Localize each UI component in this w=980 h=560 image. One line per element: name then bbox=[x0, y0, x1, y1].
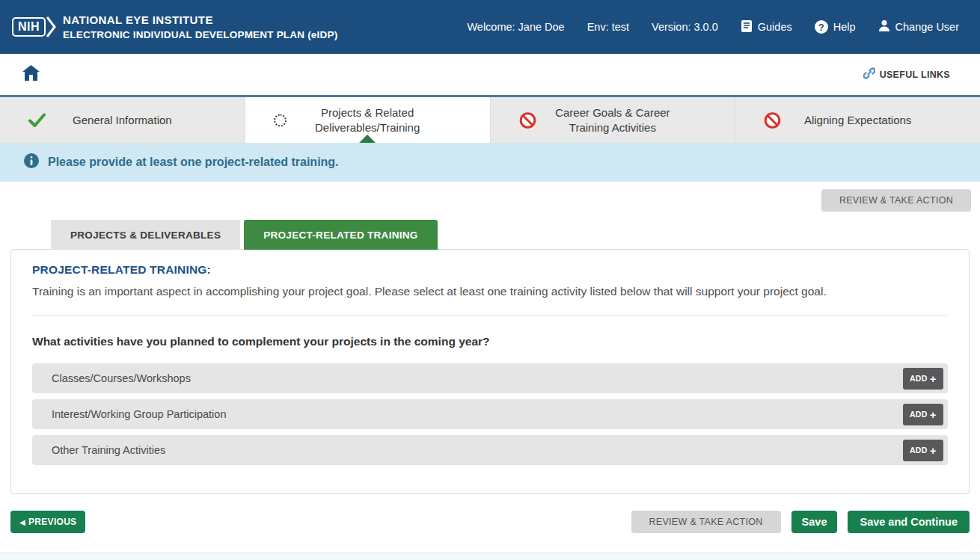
tab-project-related-training[interactable]: PROJECT-RELATED TRAINING bbox=[244, 220, 437, 250]
content-tabs: PROJECTS & DELIVERABLES PROJECT-RELATED … bbox=[51, 220, 980, 250]
home-button[interactable] bbox=[22, 65, 40, 84]
env-text: Env: test bbox=[587, 21, 629, 33]
help-icon: ? bbox=[815, 20, 828, 34]
row-label: Classes/Courses/Workshops bbox=[52, 372, 191, 384]
check-icon bbox=[28, 113, 46, 127]
step-label: Aligning Expectations bbox=[759, 113, 956, 128]
step-projects-deliverables-training[interactable]: Projects & Related Deliverables/Training bbox=[245, 97, 490, 143]
training-panel: PROJECT-RELATED TRAINING: Training is an… bbox=[10, 249, 970, 494]
nih-logo-chevron-icon bbox=[46, 16, 56, 37]
app-name: ELECTRONIC INDIVIDUAL DEVELOPMENT PLAN (… bbox=[63, 29, 337, 40]
not-started-icon bbox=[519, 111, 536, 129]
divider bbox=[32, 315, 948, 316]
in-progress-spinner-icon bbox=[274, 114, 287, 126]
panel-description: Training is an important aspect in accom… bbox=[32, 285, 948, 298]
row-classes-courses-workshops[interactable]: Classes/Courses/Workshops ADD + bbox=[32, 363, 948, 393]
training-rows: Classes/Courses/Workshops ADD + Interest… bbox=[32, 363, 948, 465]
review-take-action-button-top[interactable]: REVIEW & TAKE ACTION bbox=[821, 189, 971, 212]
link-icon bbox=[863, 67, 875, 81]
activities-question: What activities have you planned to comp… bbox=[32, 335, 948, 348]
app-header: NIH NATIONAL EYE INSTITUTE ELECTRONIC IN… bbox=[0, 0, 980, 54]
info-icon bbox=[24, 153, 39, 171]
panel-heading: PROJECT-RELATED TRAINING: bbox=[32, 263, 948, 277]
welcome-text: Welcome: Jane Doe bbox=[467, 21, 564, 33]
add-label: ADD bbox=[910, 410, 928, 419]
version-text: Version: 3.0.0 bbox=[652, 21, 718, 33]
toolbar: USEFUL LINKS bbox=[0, 54, 980, 97]
step-navigation: General Information Projects & Related D… bbox=[0, 97, 980, 143]
step-label: Projects & Related Deliverables/Training bbox=[255, 105, 480, 135]
nih-logo-box: NIH bbox=[12, 17, 46, 37]
step-general-information[interactable]: General Information bbox=[0, 97, 245, 143]
tab-projects-deliverables[interactable]: PROJECTS & DELIVERABLES bbox=[51, 220, 240, 250]
step-label: General Information bbox=[28, 113, 217, 128]
header-menu: Welcome: Jane Doe Env: test Version: 3.0… bbox=[467, 19, 959, 35]
previous-label: PREVIOUS bbox=[28, 517, 76, 527]
home-icon bbox=[22, 65, 40, 84]
help-label: Help bbox=[833, 21, 856, 33]
guides-button[interactable]: Guides bbox=[741, 19, 792, 35]
row-label: Interest/Working Group Participation bbox=[52, 408, 226, 420]
left-arrow-icon: ◀ bbox=[19, 518, 25, 526]
save-and-continue-button[interactable]: Save and Continue bbox=[848, 511, 970, 533]
person-icon bbox=[878, 19, 890, 34]
not-started-icon bbox=[764, 111, 781, 129]
change-user-label: Change User bbox=[895, 21, 959, 33]
useful-links-button[interactable]: USEFUL LINKS bbox=[863, 67, 950, 81]
review-take-action-button-bottom[interactable]: REVIEW & TAKE ACTION bbox=[631, 511, 781, 533]
footer-strip bbox=[0, 553, 980, 560]
plus-icon: + bbox=[930, 409, 937, 420]
bottom-right-actions: REVIEW & TAKE ACTION Save Save and Conti… bbox=[631, 511, 970, 533]
step-career-goals-training[interactable]: Career Goals & Career Training Activitie… bbox=[490, 97, 735, 143]
add-label: ADD bbox=[910, 446, 928, 455]
guides-label: Guides bbox=[758, 21, 792, 33]
org-name: NATIONAL EYE INSTITUTE bbox=[63, 13, 337, 26]
nih-logo: NIH NATIONAL EYE INSTITUTE ELECTRONIC IN… bbox=[12, 13, 337, 40]
plus-icon: + bbox=[930, 445, 937, 456]
review-row: REVIEW & TAKE ACTION bbox=[0, 182, 980, 212]
add-label: ADD bbox=[910, 374, 928, 383]
bottom-action-bar: ◀ PREVIOUS REVIEW & TAKE ACTION Save Sav… bbox=[10, 511, 970, 533]
alert-message: Please provide at least one project-rela… bbox=[48, 156, 339, 169]
row-other-training-activities[interactable]: Other Training Activities ADD + bbox=[32, 435, 948, 465]
save-button[interactable]: Save bbox=[791, 511, 838, 533]
row-label: Other Training Activities bbox=[52, 444, 165, 456]
useful-links-label: USEFUL LINKS bbox=[880, 70, 950, 80]
add-button[interactable]: ADD + bbox=[903, 368, 943, 390]
add-button[interactable]: ADD + bbox=[903, 440, 943, 461]
row-interest-working-group[interactable]: Interest/Working Group Participation ADD… bbox=[32, 399, 948, 429]
plus-icon: + bbox=[930, 373, 937, 384]
info-alert: Please provide at least one project-rela… bbox=[0, 143, 980, 182]
help-button[interactable]: ? Help bbox=[815, 20, 856, 34]
previous-button[interactable]: ◀ PREVIOUS bbox=[10, 511, 85, 533]
add-button[interactable]: ADD + bbox=[903, 404, 943, 425]
change-user-button[interactable]: Change User bbox=[878, 19, 959, 34]
step-aligning-expectations[interactable]: Aligning Expectations bbox=[735, 97, 980, 143]
header-titles: NATIONAL EYE INSTITUTE ELECTRONIC INDIVI… bbox=[63, 13, 337, 40]
book-icon bbox=[741, 19, 753, 35]
